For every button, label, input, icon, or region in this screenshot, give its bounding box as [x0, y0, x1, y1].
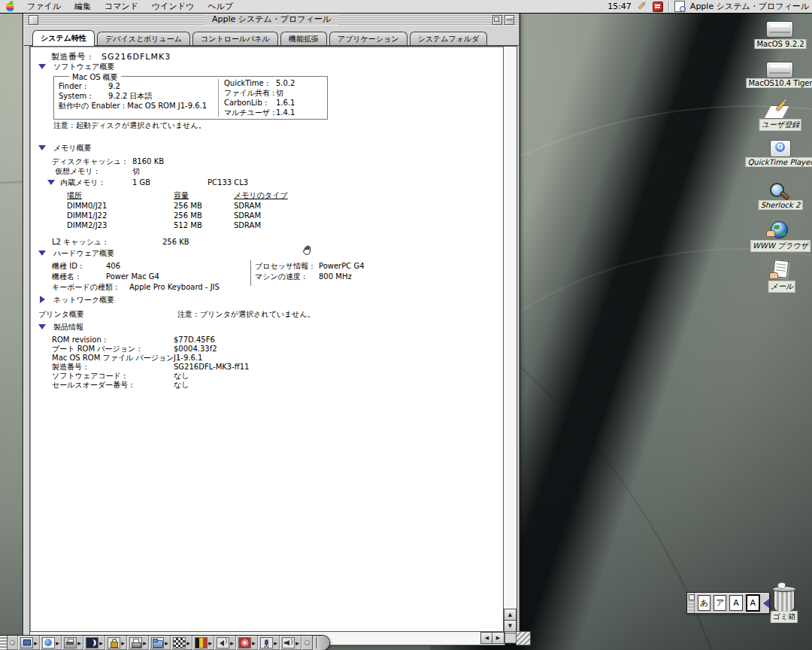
tab-control-panels[interactable]: コントロールパネル [192, 32, 278, 45]
module-cd-audio[interactable]: ▶ [236, 636, 258, 650]
network-disclosure-triangle[interactable] [40, 296, 45, 303]
control-strip[interactable]: ▶ ▶ ▶ ▶ ▶ ▶ ▶ ▶ ▶ ▶ ▶ ▶ ▶ [0, 635, 330, 650]
menu-clock[interactable]: 15:47 [607, 2, 632, 11]
input-method-pencil-icon[interactable] [637, 0, 647, 13]
desktop-icon-sherlock[interactable] [770, 183, 784, 197]
module-volume[interactable]: ▶ [280, 636, 301, 650]
kotoeri-toolbox-icon[interactable] [653, 2, 663, 12]
tab-system-folders[interactable]: システムフォルダ [410, 32, 488, 45]
scroll-down-arrow[interactable]: ▼ [504, 620, 517, 632]
software-disclosure-triangle[interactable] [38, 64, 46, 69]
software-heading: ソフトウェア概要 [53, 62, 114, 71]
builtin-memory-value: 1 GB [132, 178, 150, 187]
monitor-icon [20, 637, 33, 648]
trash-label[interactable]: ゴミ箱 [771, 611, 798, 623]
module-resolution[interactable]: ▶ [171, 636, 192, 650]
hiragana-mode-button[interactable]: あ [698, 595, 710, 611]
window-title-bar[interactable]: Apple システム・プロフィール [24, 14, 519, 26]
builtin-memory-disclosure-triangle[interactable] [47, 180, 55, 185]
module-printing[interactable]: ▶ [127, 636, 149, 650]
desktop-icon-macos-922[interactable] [766, 21, 793, 38]
dimm-row-slot: DIMM2/J23 [67, 221, 107, 230]
module-speech[interactable]: ▶ [214, 636, 236, 650]
close-box[interactable] [29, 15, 38, 25]
module-printer-selector[interactable]: ▶ [62, 636, 83, 650]
menu-window[interactable]: ウインドウ [145, 1, 201, 12]
module-color-depth[interactable]: ▶ [192, 636, 214, 650]
product-row-label: ROM revision : [52, 336, 106, 345]
model-id-label: 機種 ID : [52, 262, 82, 271]
hardware-heading: ハードウェア概要 [53, 249, 114, 258]
desktop-icon-label[interactable]: Sherlock 2 [759, 200, 803, 210]
window-title: Apple システム・プロフィール [205, 14, 338, 25]
control-strip-pull-tab[interactable] [312, 636, 329, 650]
control-strip-dimple[interactable] [8, 636, 18, 650]
desktop-icon-user-registration[interactable] [764, 99, 794, 119]
module-arrow-icon: ▶ [165, 640, 168, 645]
palette-collapse-arrow-icon[interactable] [763, 599, 769, 608]
desktop-icon-label[interactable]: MacOS10.4 Tiger [746, 78, 812, 88]
tab-extensions[interactable]: 機能拡張 [280, 32, 327, 45]
module-energy-saver[interactable]: ▶ [83, 636, 105, 650]
menu-file[interactable]: ファイル [20, 1, 68, 12]
tab-system-profile[interactable]: システム特性 [32, 30, 95, 46]
keyboard-type-label: キーボードの種類 : [52, 283, 118, 292]
scroll-up-arrow[interactable]: ▲ [504, 609, 517, 621]
desktop-icon-label[interactable]: MacOS 9.2.2 [754, 39, 806, 49]
palette-drag-edge[interactable] [687, 593, 695, 613]
menu-bar: ファイル 編集 コマンド ウインドウ ヘルプ 15:47 Apple システム・… [0, 0, 812, 14]
scroll-right-arrow[interactable]: ▶ [492, 632, 504, 644]
box-divider [218, 79, 219, 117]
desktop-icon-label[interactable]: ユーザ登録 [759, 119, 801, 131]
application-menu-name[interactable]: Apple システム・プロフィール [690, 1, 809, 12]
product-row-label: ブート ROM バージョン : [52, 345, 141, 354]
module-arrow-icon: ▶ [208, 640, 212, 645]
module-arrow-icon: ▶ [77, 640, 81, 645]
desktop-icon-macos-104[interactable] [766, 62, 793, 78]
desktop-icon-quicktime-player[interactable] [770, 140, 791, 157]
builtin-memory-label: 内蔵メモリ : [60, 178, 103, 187]
macos-overview-box: Mac OS 概要 Finder : 9.2 System : 9.2.2 日本… [53, 76, 328, 120]
module-monitor[interactable]: ▶ [18, 636, 40, 650]
memory-disclosure-triangle[interactable] [38, 145, 46, 150]
menu-edit[interactable]: 編集 [68, 1, 98, 12]
module-quicktime[interactable]: ▶ [40, 636, 62, 650]
control-strip-end-cap[interactable] [0, 636, 8, 650]
memory-heading: メモリ概要 [53, 144, 92, 153]
machine-speed-label: マシンの速度 : [255, 272, 306, 281]
direct-input-mode-button[interactable]: A [746, 594, 760, 612]
desktop-icon-label[interactable]: QuickTime Player [745, 157, 812, 167]
control-strip-dimple[interactable] [301, 636, 312, 650]
application-menu-icon[interactable] [674, 1, 685, 12]
module-security[interactable]: ▶ [105, 636, 127, 650]
pointing-hand-icon [766, 230, 775, 237]
l2-cache-value: 256 KB [162, 238, 189, 247]
menu-command[interactable]: コマンド [98, 1, 145, 12]
desktop-icon-trash[interactable] [774, 589, 795, 612]
vertical-scrollbar[interactable]: ▲ ▼ [503, 46, 517, 633]
tab-applications[interactable]: アプリケーション [329, 32, 408, 45]
desktop-icon-www-browser[interactable] [771, 221, 801, 241]
palette-close-box[interactable] [689, 594, 695, 600]
carbonlib-label: CarbonLib : [224, 99, 267, 108]
desktop-icon-label[interactable]: メール [768, 281, 795, 293]
input-method-palette[interactable]: あ ア A A [686, 592, 770, 614]
printer-icon [129, 637, 142, 648]
romaji-mode-button[interactable]: A [729, 595, 742, 611]
resize-grip[interactable] [516, 631, 531, 645]
katakana-mode-button[interactable]: ア [714, 595, 726, 611]
desktop-icon-label[interactable]: WWW ブラウザ [750, 240, 810, 252]
module-file-sharing[interactable]: ▶ [149, 636, 171, 650]
tab-label: システムフォルダ [418, 34, 480, 44]
macos-overview-box-title: Mac OS 概要 [69, 72, 121, 83]
zoom-box[interactable] [492, 15, 502, 25]
product-disclosure-triangle[interactable] [38, 324, 46, 330]
apple-menu-icon[interactable] [6, 2, 16, 11]
menu-help[interactable]: ヘルプ [201, 1, 240, 12]
module-sound-input[interactable]: ▶ [258, 636, 280, 650]
hardware-disclosure-triangle[interactable] [38, 251, 46, 256]
tab-label: アプリケーション [338, 34, 399, 44]
desktop-icon-mail[interactable] [774, 260, 799, 281]
tab-devices-volumes[interactable]: デバイスとボリューム [97, 32, 190, 45]
collapse-box[interactable] [504, 15, 514, 25]
